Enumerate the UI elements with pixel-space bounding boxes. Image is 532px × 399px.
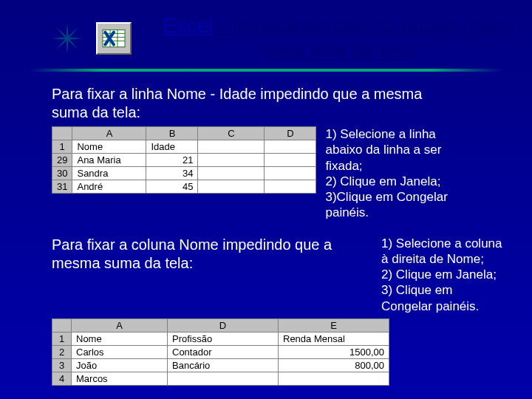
section1-intro: Para fixar a linha Nome - Idade impedind… — [52, 85, 436, 122]
slide-title: Excel - Impedindo que os títulos rolem p… — [145, 13, 532, 63]
col-header: D — [168, 318, 279, 332]
col-header: C — [198, 127, 265, 140]
svg-marker-6 — [56, 38, 67, 50]
title-rest: - Impedindo que os títulos rolem para fo… — [213, 14, 514, 62]
col-header: A — [72, 127, 146, 140]
table-corner — [52, 127, 72, 140]
col-header: B — [146, 127, 198, 140]
excel-icon — [96, 22, 132, 55]
svg-marker-7 — [67, 38, 78, 50]
svg-marker-4 — [56, 27, 67, 38]
section1-row: A B C D 1 Nome Idade 29 Ana Maria 21 30 — [52, 126, 507, 221]
svg-marker-3 — [67, 37, 83, 39]
table-row: 3 João Bancário 800,00 — [52, 358, 389, 372]
title-row: Excel - Impedindo que os títulos rolem p… — [0, 0, 532, 63]
table-row: 1 Nome Idade — [52, 140, 316, 154]
section1-intro-block: Para fixar a linha Nome - Idade impedind… — [52, 85, 507, 122]
slide-body: Para fixar a linha Nome - Idade impedind… — [0, 72, 532, 386]
section2-steps: 1) Selecione a coluna à direita de Nome;… — [381, 236, 507, 314]
table-corner — [52, 318, 72, 332]
section1-table: A B C D 1 Nome Idade 29 Ana Maria 21 30 — [52, 126, 316, 194]
section2-table: A D E 1 Nome Profissão Renda Mensal 2 Ca… — [52, 318, 389, 386]
svg-marker-5 — [67, 27, 78, 38]
table-row: 1 Nome Profissão Renda Mensal — [52, 332, 389, 345]
svg-marker-1 — [66, 38, 68, 54]
section2-intro: Para fixar a coluna Nome impedindo que a… — [52, 236, 372, 273]
col-header: E — [279, 318, 389, 332]
col-header: D — [265, 127, 316, 140]
section2: Para fixar a coluna Nome impedindo que a… — [52, 236, 507, 386]
table-row: 2 Carlos Contador 1500,00 — [52, 345, 389, 358]
table-row: 30 Sandra 34 — [52, 167, 316, 180]
table-row: 4 Marcos — [52, 372, 389, 385]
svg-marker-2 — [52, 37, 67, 39]
title-excel: Excel — [163, 14, 213, 37]
col-header: A — [72, 318, 168, 332]
star-icon — [52, 23, 83, 54]
svg-marker-0 — [66, 23, 68, 38]
table-row: 29 Ana Maria 21 — [52, 154, 316, 167]
table-row: 31 André 45 — [52, 180, 316, 194]
section1-steps: 1) Selecione a linha abaixo da linha a s… — [325, 126, 466, 221]
